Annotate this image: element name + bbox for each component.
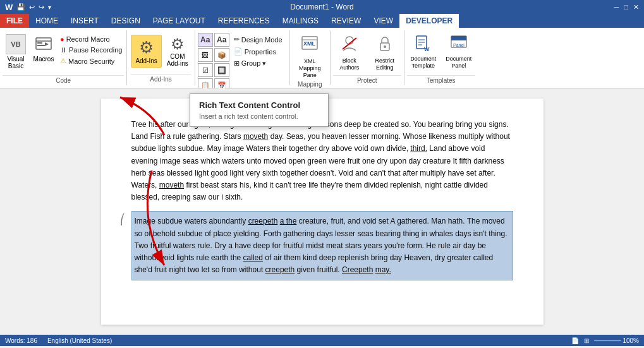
record-macro-label: Record Macro: [66, 35, 110, 43]
menu-review[interactable]: REVIEW: [325, 14, 367, 28]
com-icon: ⚙: [171, 35, 185, 53]
xml-mapping-label: XML MappingPane: [294, 58, 326, 78]
record-icon: ●: [60, 35, 64, 43]
zoom-slider[interactable]: ────── 100%: [594, 337, 639, 344]
svg-rect-3: [37, 45, 45, 46]
highlighted-paragraph[interactable]: Image subdue waters abundantly creepeth …: [131, 211, 513, 280]
com-addins-label: COMAdd-ins: [167, 53, 188, 67]
add-ins-group-label: Add-Ins: [131, 74, 190, 83]
block-authors-button[interactable]: BlockAuthors: [333, 32, 366, 74]
code-group-label: Code: [3, 75, 124, 84]
tooltip-description: Insert a rich text content control.: [199, 112, 319, 120]
mapping-group-label: Mapping: [298, 78, 322, 88]
language: English (United States): [47, 337, 112, 344]
svg-text:W: W: [424, 46, 430, 52]
macros-label: Macros: [33, 56, 54, 63]
checkbox-content-control-button[interactable]: ☑: [198, 63, 213, 77]
macro-security-label: Macro Security: [68, 57, 114, 65]
svg-point-11: [384, 45, 386, 48]
visual-basic-button[interactable]: VB VisualBasic: [3, 32, 29, 72]
document-page: Tree his after our lights, two light in …: [101, 99, 544, 325]
svg-marker-4: [45, 42, 49, 46]
properties-button[interactable]: 📄 Properties: [232, 46, 284, 57]
combo-box-button[interactable]: 🔲: [214, 63, 229, 77]
design-mode-icon: ✏: [234, 35, 240, 44]
vb-icon: VB: [6, 34, 26, 54]
svg-text:XML: XML: [303, 40, 316, 47]
document-panel-button[interactable]: Panel DocumentPanel: [442, 32, 475, 72]
status-bar: Words: 186 English (United States) 📄 ⊞ ─…: [0, 335, 644, 346]
macros-icon: [33, 34, 54, 54]
tooltip-title: Rich Text Content Control: [199, 100, 319, 110]
svg-rect-18: [451, 36, 466, 40]
word-icon: W: [5, 3, 13, 12]
block-authors-label: BlockAuthors: [339, 57, 359, 71]
minimize-btn[interactable]: ─: [614, 3, 619, 11]
restrict-editing-label: RestrictEditing: [375, 57, 395, 71]
tooltip-popup: Rich Text Content Control Insert a rich …: [190, 93, 329, 127]
group-label: Group ▾: [241, 59, 267, 68]
templates-group-label: Templates: [407, 75, 475, 84]
ribbon: VB VisualBasic Macros: [0, 28, 644, 88]
menu-references[interactable]: REFERENCES: [212, 14, 276, 28]
menu-view[interactable]: VIEW: [367, 14, 399, 28]
properties-icon: 📄: [234, 47, 243, 56]
view-normal-icon[interactable]: 📄: [571, 337, 579, 344]
view-layout-icon[interactable]: ⊞: [584, 337, 589, 344]
com-addins-button[interactable]: ⚙ COMAdd-ins: [164, 33, 191, 69]
pause-recording-button[interactable]: ⏸ Pause Recording: [58, 45, 124, 55]
menu-file[interactable]: FILE: [0, 14, 29, 28]
xml-icon: XML: [300, 33, 320, 57]
word-count: Words: 186: [5, 337, 37, 344]
save-icon[interactable]: 💾: [16, 3, 25, 11]
group-button[interactable]: ⊞ Group ▾: [232, 58, 284, 69]
document-template-icon: W: [414, 34, 433, 56]
svg-rect-2: [37, 42, 42, 44]
document-template-label: DocumentTemplate: [410, 56, 436, 69]
block-authors-icon: [340, 34, 359, 57]
picture-content-control-button[interactable]: 🖼: [198, 48, 213, 62]
visual-basic-label: VisualBasic: [7, 56, 24, 69]
document-template-button[interactable]: W DocumentTemplate: [407, 32, 440, 72]
rich-text-content-control-button[interactable]: Aa: [198, 33, 213, 47]
close-btn[interactable]: ✕: [633, 3, 639, 11]
customize-icon[interactable]: ▾: [48, 4, 51, 11]
record-macro-button[interactable]: ● Record Macro: [58, 34, 124, 44]
protect-group-label: Protect: [333, 75, 401, 84]
svg-text:Panel: Panel: [453, 43, 465, 47]
redo-icon[interactable]: ↪: [39, 3, 44, 11]
design-mode-button[interactable]: ✏ Design Mode: [232, 34, 284, 45]
menu-page-layout[interactable]: PAGE LAYOUT: [147, 14, 212, 28]
properties-label: Properties: [245, 48, 276, 56]
pause-icon: ⏸: [60, 46, 67, 54]
security-icon: ⚠: [60, 57, 66, 65]
menu-design[interactable]: DESIGN: [105, 14, 147, 28]
menu-developer[interactable]: DEVELOPER: [399, 14, 459, 28]
document-paragraph1: Tree his after our lights, two light in …: [131, 119, 513, 203]
macro-security-button[interactable]: ⚠ Macro Security: [58, 56, 124, 66]
menu-mailings[interactable]: MAILINGS: [276, 14, 325, 28]
undo-icon[interactable]: ↩: [29, 3, 35, 11]
design-mode-label: Design Mode: [241, 36, 283, 44]
title-bar-text: Document1 - Word: [290, 3, 353, 11]
add-ins-group: ⚙ Add-Ins ⚙ COMAdd-ins Add-Ins: [127, 30, 195, 85]
add-ins-label: Add-Ins: [135, 57, 157, 64]
document-panel-icon: Panel: [449, 34, 468, 56]
gear-icon: ⚙: [139, 38, 154, 57]
group-icon: ⊞: [234, 59, 240, 68]
document-panel-label: DocumentPanel: [446, 56, 471, 69]
restrict-editing-icon: [375, 34, 394, 57]
building-block-button[interactable]: 📦: [214, 48, 229, 62]
macros-button[interactable]: Macros: [30, 32, 57, 65]
content-control-bracket: ⎛: [120, 213, 125, 225]
menu-home[interactable]: HOME: [29, 14, 64, 28]
restrict-editing-button[interactable]: RestrictEditing: [368, 32, 401, 74]
add-ins-button[interactable]: ⚙ Add-Ins: [131, 35, 161, 68]
menu-bar: FILE HOME INSERT DESIGN PAGE LAYOUT REFE…: [0, 14, 644, 28]
pause-recording-label: Pause Recording: [69, 46, 122, 54]
menu-insert[interactable]: INSERT: [64, 14, 105, 28]
plain-text-content-control-button[interactable]: Aa: [214, 33, 229, 47]
xml-mapping-pane-button[interactable]: XML XML MappingPane Mapping: [290, 30, 331, 85]
restore-btn[interactable]: □: [624, 3, 628, 11]
